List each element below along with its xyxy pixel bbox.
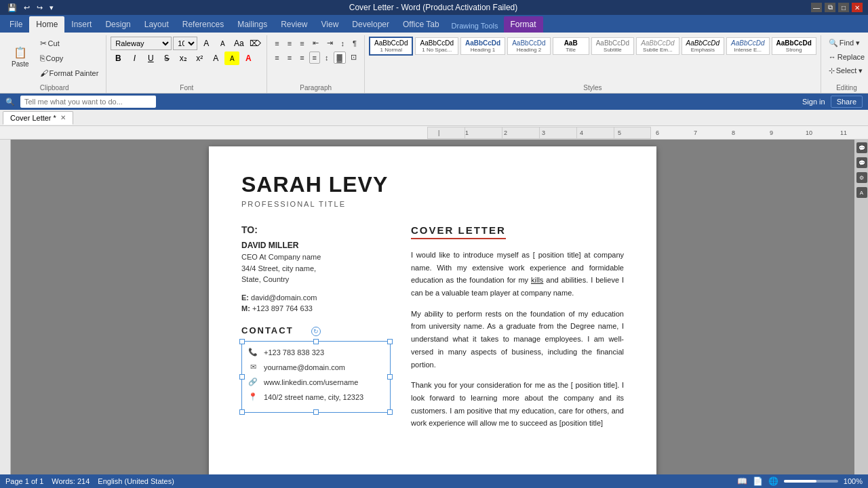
sidebar-icon-1[interactable]: 💬 [856,142,867,153]
web-layout-icon[interactable]: 🌐 [768,476,778,486]
replace-button[interactable]: ↔ Replace [825,51,868,63]
style-strong[interactable]: AaBbCcDd Strong [772,37,816,55]
sign-in-button[interactable]: Sign in [802,98,825,106]
cover-para-3: Thank you for your consideration for me … [411,379,624,430]
text-effects-button[interactable]: A [208,52,223,65]
zoom-slider[interactable] [784,480,838,483]
editing-group: 🔍 Find ▾ ↔ Replace ⊹ Select ▾ Editing [821,35,868,93]
numbering-button[interactable]: ≡ [284,37,295,49]
doc-tab-cover-letter[interactable]: Cover Letter * ✕ [3,111,73,125]
tab-references[interactable]: References [176,16,231,33]
close-button[interactable]: ✕ [852,3,863,12]
redo-button[interactable]: ↪ [35,3,45,13]
share-button[interactable]: Share [831,96,863,108]
style-normal[interactable]: AaBbCcDd 1 Normal [369,37,413,56]
italic-button[interactable]: I [127,52,142,65]
align-center-button[interactable]: ≡ [284,52,295,64]
handle-linkedin-right[interactable] [387,374,393,380]
style-subtitle[interactable]: AaBbCcDd Subtitle [591,37,634,55]
canvas-area[interactable]: SARAH LEVY PROFESSIONAL TITLE TO: DAVID … [11,140,854,474]
style-intense-em[interactable]: AaBbCcDd Intense E... [726,37,769,55]
horizontal-ruler: | 1 2 3 4 5 6 7 8 9 10 11 [427,127,651,139]
doc-tab-close-icon[interactable]: ✕ [60,114,66,121]
undo-button[interactable]: ↩ [22,3,32,13]
copy-button[interactable]: ⎘ Copy [37,52,102,65]
superscript-button[interactable]: x² [192,52,207,65]
tab-design[interactable]: Design [98,16,137,33]
increase-indent-button[interactable]: ⇥ [323,37,336,49]
bold-button[interactable]: B [111,52,125,65]
justify-button[interactable]: ≡ [309,52,320,64]
tab-layout[interactable]: Layout [138,16,176,33]
tab-view[interactable]: View [315,16,346,33]
font-color-button[interactable]: A [241,52,256,65]
zoom-level[interactable]: 100% [844,477,863,485]
shrink-font-button[interactable]: A [215,37,230,50]
style-heading2[interactable]: AaBbCcDd Heading 2 [507,37,550,55]
borders-button[interactable]: ⊡ [347,51,360,64]
contact-selection-box: ↻ 📞 [241,341,391,413]
paste-button[interactable]: 📋 Paste [7,37,34,77]
tab-insert[interactable]: Insert [64,16,98,33]
find-button[interactable]: 🔍 Find ▾ [825,37,868,49]
contact-section-container: CONTACT ↻ [241,325,391,413]
font-name-select[interactable]: Raleway [111,37,172,50]
sidebar-icon-3[interactable]: ⚙ [856,172,867,183]
style-no-spacing[interactable]: AaBbCcDd 1 No Spac... [415,37,458,55]
cut-button[interactable]: ✂ Cut [37,37,102,50]
style-subtle-em[interactable]: AaBbCcDd Subtle Em... [636,37,679,55]
handle-tr[interactable] [387,339,393,344]
save-button[interactable]: 💾 [5,3,19,13]
read-mode-icon[interactable]: 📖 [737,476,747,486]
handle-bl[interactable] [239,409,245,415]
underline-button[interactable]: U [143,52,158,65]
grow-font-button[interactable]: A [199,37,214,50]
phone-label: M: [241,304,250,312]
minimize-button[interactable]: — [811,3,822,12]
handle-bm[interactable] [313,409,319,415]
align-right-button[interactable]: ≡ [296,52,307,64]
select-button[interactable]: ⊹ Select ▾ [825,64,868,77]
font-size-select[interactable]: 10 [173,37,197,50]
maximize-button[interactable]: □ [838,3,849,12]
tab-developer[interactable]: Developer [345,16,396,33]
sidebar-icon-4[interactable]: A [856,187,867,198]
search-input[interactable] [20,96,156,108]
handle-tm[interactable] [313,339,319,344]
style-emphasis[interactable]: AaBbCcDd Emphasis [682,37,724,55]
restore-button[interactable]: ⧉ [825,3,835,12]
tab-mailings[interactable]: Mailings [231,16,274,33]
customize-button[interactable]: ▾ [47,3,56,13]
format-painter-button[interactable]: 🖌 Format Painter [37,66,102,80]
tab-file[interactable]: File [3,16,29,33]
tab-review[interactable]: Review [274,16,314,33]
sidebar-icon-2[interactable]: 💬 [856,157,867,168]
align-left-button[interactable]: ≡ [271,52,282,64]
sort-button[interactable]: ↕ [338,37,349,49]
shading-button[interactable]: ▓ [334,52,346,64]
clipboard-group: 📋 Paste ✂ Cut ⎘ Copy 🖌 Format Painter Cl… [3,35,106,93]
show-formatting-button[interactable]: ¶ [349,37,360,49]
highlight-button[interactable]: A [224,52,239,65]
tab-format[interactable]: Format [504,16,543,33]
handle-br[interactable] [387,409,393,415]
clear-format-button[interactable]: ⌦ [248,37,262,50]
line-spacing-button[interactable]: ↕ [321,52,332,64]
multilevel-button[interactable]: ≡ [296,37,307,49]
change-case-button[interactable]: Aa [231,37,246,50]
bullets-button[interactable]: ≡ [271,37,282,49]
tab-officetab[interactable]: Office Tab [396,16,446,33]
strikethrough-button[interactable]: S̶ [159,52,174,65]
subscript-button[interactable]: x₂ [176,52,191,65]
print-layout-icon[interactable]: 📄 [753,476,763,486]
style-heading1[interactable]: AaBbCcDd Heading 1 [460,37,505,55]
style-title[interactable]: AaB Title [553,37,589,55]
tab-home[interactable]: Home [29,16,64,33]
handle-tl[interactable] [239,339,245,344]
document-main-columns: TO: DAVID MILLER CEO At Company name 34/… [241,224,624,438]
contact-linkedin-item: 🔗 www.linkedin.com/username [248,377,384,388]
decrease-indent-button[interactable]: ⇤ [309,37,322,49]
handle-ml[interactable] [239,374,245,380]
rotate-handle[interactable]: ↻ [311,327,321,336]
cover-letter-title-container: COVER LETTER [411,224,506,249]
